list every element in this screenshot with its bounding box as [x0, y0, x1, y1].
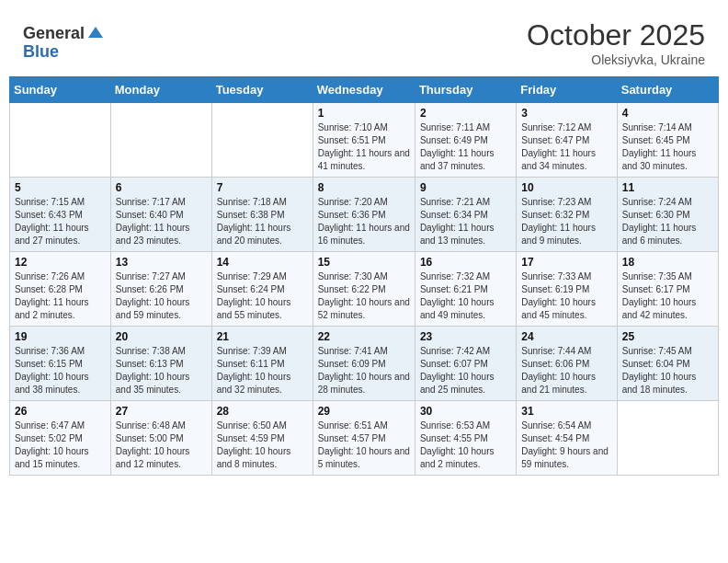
calendar-cell: 24Sunrise: 7:44 AM Sunset: 6:06 PM Dayli… [517, 327, 617, 401]
logo-icon [86, 25, 105, 43]
day-number: 10 [521, 181, 611, 194]
day-number: 2 [420, 107, 511, 120]
calendar-cell: 25Sunrise: 7:45 AM Sunset: 6:04 PM Dayli… [617, 327, 718, 401]
day-content: Sunrise: 7:12 AM Sunset: 6:47 PM Dayligh… [521, 121, 611, 173]
day-content: Sunrise: 6:50 AM Sunset: 4:59 PM Dayligh… [217, 419, 308, 471]
page-header: General Blue October 2025 Oleksiyvka, Uk… [9, 9, 719, 72]
calendar-cell: 28Sunrise: 6:50 AM Sunset: 4:59 PM Dayli… [211, 401, 313, 476]
day-number: 24 [521, 330, 611, 343]
day-content: Sunrise: 7:11 AM Sunset: 6:49 PM Dayligh… [420, 121, 511, 173]
calendar-cell [10, 103, 111, 178]
day-content: Sunrise: 6:51 AM Sunset: 4:57 PM Dayligh… [318, 419, 410, 471]
day-number: 3 [521, 107, 611, 120]
calendar-cell: 2Sunrise: 7:11 AM Sunset: 6:49 PM Daylig… [415, 103, 516, 178]
calendar-cell: 20Sunrise: 7:38 AM Sunset: 6:13 PM Dayli… [110, 327, 211, 401]
calendar-header-row: SundayMondayTuesdayWednesdayThursdayFrid… [10, 77, 719, 103]
calendar-cell: 21Sunrise: 7:39 AM Sunset: 6:11 PM Dayli… [211, 327, 313, 401]
day-of-week-header: Tuesday [211, 77, 313, 103]
day-content: Sunrise: 7:17 AM Sunset: 6:40 PM Dayligh… [116, 196, 207, 247]
calendar-cell: 14Sunrise: 7:29 AM Sunset: 6:24 PM Dayli… [211, 252, 313, 327]
day-content: Sunrise: 7:24 AM Sunset: 6:30 PM Dayligh… [622, 196, 713, 247]
calendar-cell: 26Sunrise: 6:47 AM Sunset: 5:02 PM Dayli… [10, 401, 111, 476]
day-content: Sunrise: 6:48 AM Sunset: 5:00 PM Dayligh… [116, 419, 207, 471]
calendar-week-row: 12Sunrise: 7:26 AM Sunset: 6:28 PM Dayli… [10, 252, 719, 327]
calendar-cell: 5Sunrise: 7:15 AM Sunset: 6:43 PM Daylig… [10, 178, 111, 252]
calendar-table: SundayMondayTuesdayWednesdayThursdayFrid… [9, 76, 719, 476]
calendar-cell [617, 401, 718, 476]
day-number: 4 [622, 107, 713, 120]
day-of-week-header: Monday [110, 77, 211, 103]
calendar-cell: 23Sunrise: 7:42 AM Sunset: 6:07 PM Dayli… [415, 327, 516, 401]
day-number: 23 [420, 330, 511, 343]
day-content: Sunrise: 6:54 AM Sunset: 4:54 PM Dayligh… [521, 419, 611, 471]
day-of-week-header: Sunday [10, 77, 111, 103]
day-content: Sunrise: 7:18 AM Sunset: 6:38 PM Dayligh… [217, 196, 308, 247]
logo-general-text: General [23, 25, 85, 43]
logo: General Blue [23, 25, 105, 62]
calendar-cell: 4Sunrise: 7:14 AM Sunset: 6:45 PM Daylig… [617, 103, 718, 178]
day-content: Sunrise: 6:53 AM Sunset: 4:55 PM Dayligh… [420, 419, 511, 471]
day-number: 11 [622, 181, 713, 194]
day-number: 30 [420, 405, 511, 418]
calendar-cell [211, 103, 313, 178]
day-number: 22 [318, 330, 410, 343]
day-content: Sunrise: 7:36 AM Sunset: 6:15 PM Dayligh… [15, 345, 106, 396]
day-content: Sunrise: 7:21 AM Sunset: 6:34 PM Dayligh… [420, 196, 511, 247]
day-number: 13 [116, 256, 207, 269]
day-content: Sunrise: 7:45 AM Sunset: 6:04 PM Dayligh… [622, 345, 713, 396]
day-number: 29 [318, 405, 410, 418]
day-content: Sunrise: 6:47 AM Sunset: 5:02 PM Dayligh… [15, 419, 106, 471]
day-content: Sunrise: 7:20 AM Sunset: 6:36 PM Dayligh… [318, 196, 410, 247]
day-content: Sunrise: 7:32 AM Sunset: 6:21 PM Dayligh… [420, 270, 511, 322]
calendar-cell: 18Sunrise: 7:35 AM Sunset: 6:17 PM Dayli… [617, 252, 718, 327]
calendar-week-row: 5Sunrise: 7:15 AM Sunset: 6:43 PM Daylig… [10, 178, 719, 252]
day-content: Sunrise: 7:30 AM Sunset: 6:22 PM Dayligh… [318, 270, 410, 322]
day-number: 25 [622, 330, 713, 343]
day-content: Sunrise: 7:33 AM Sunset: 6:19 PM Dayligh… [521, 270, 611, 322]
calendar-cell: 11Sunrise: 7:24 AM Sunset: 6:30 PM Dayli… [617, 178, 718, 252]
day-content: Sunrise: 7:44 AM Sunset: 6:06 PM Dayligh… [521, 345, 611, 396]
calendar-cell: 8Sunrise: 7:20 AM Sunset: 6:36 PM Daylig… [313, 178, 415, 252]
calendar-cell: 31Sunrise: 6:54 AM Sunset: 4:54 PM Dayli… [517, 401, 617, 476]
calendar-cell: 17Sunrise: 7:33 AM Sunset: 6:19 PM Dayli… [517, 252, 617, 327]
month-title: October 2025 [527, 18, 705, 52]
day-content: Sunrise: 7:38 AM Sunset: 6:13 PM Dayligh… [116, 345, 207, 396]
calendar-cell: 30Sunrise: 6:53 AM Sunset: 4:55 PM Dayli… [415, 401, 516, 476]
calendar-cell: 29Sunrise: 6:51 AM Sunset: 4:57 PM Dayli… [313, 401, 415, 476]
day-number: 17 [521, 256, 611, 269]
day-content: Sunrise: 7:10 AM Sunset: 6:51 PM Dayligh… [318, 121, 410, 173]
day-content: Sunrise: 7:29 AM Sunset: 6:24 PM Dayligh… [217, 270, 308, 322]
day-of-week-header: Saturday [617, 77, 718, 103]
title-block: October 2025 Oleksiyvka, Ukraine [527, 18, 705, 67]
day-number: 6 [116, 181, 207, 194]
day-of-week-header: Wednesday [313, 77, 415, 103]
day-content: Sunrise: 7:26 AM Sunset: 6:28 PM Dayligh… [15, 270, 106, 322]
day-content: Sunrise: 7:15 AM Sunset: 6:43 PM Dayligh… [15, 196, 106, 247]
svg-marker-0 [88, 27, 103, 38]
calendar-week-row: 1Sunrise: 7:10 AM Sunset: 6:51 PM Daylig… [10, 103, 719, 178]
location-subtitle: Oleksiyvka, Ukraine [527, 52, 705, 67]
day-content: Sunrise: 7:27 AM Sunset: 6:26 PM Dayligh… [116, 270, 207, 322]
day-number: 19 [15, 330, 106, 343]
day-number: 21 [217, 330, 308, 343]
day-number: 20 [116, 330, 207, 343]
day-content: Sunrise: 7:23 AM Sunset: 6:32 PM Dayligh… [521, 196, 611, 247]
calendar-cell: 1Sunrise: 7:10 AM Sunset: 6:51 PM Daylig… [313, 103, 415, 178]
day-number: 5 [15, 181, 106, 194]
day-number: 7 [217, 181, 308, 194]
calendar-cell: 10Sunrise: 7:23 AM Sunset: 6:32 PM Dayli… [517, 178, 617, 252]
calendar-week-row: 26Sunrise: 6:47 AM Sunset: 5:02 PM Dayli… [10, 401, 719, 476]
calendar-week-row: 19Sunrise: 7:36 AM Sunset: 6:15 PM Dayli… [10, 327, 719, 401]
calendar-cell: 3Sunrise: 7:12 AM Sunset: 6:47 PM Daylig… [517, 103, 617, 178]
day-of-week-header: Friday [517, 77, 617, 103]
calendar-cell: 13Sunrise: 7:27 AM Sunset: 6:26 PM Dayli… [110, 252, 211, 327]
day-content: Sunrise: 7:35 AM Sunset: 6:17 PM Dayligh… [622, 270, 713, 322]
calendar-cell: 15Sunrise: 7:30 AM Sunset: 6:22 PM Dayli… [313, 252, 415, 327]
day-number: 18 [622, 256, 713, 269]
day-number: 26 [15, 405, 106, 418]
day-content: Sunrise: 7:39 AM Sunset: 6:11 PM Dayligh… [217, 345, 308, 396]
calendar-cell [110, 103, 211, 178]
day-number: 9 [420, 181, 511, 194]
calendar-cell: 12Sunrise: 7:26 AM Sunset: 6:28 PM Dayli… [10, 252, 111, 327]
day-number: 28 [217, 405, 308, 418]
